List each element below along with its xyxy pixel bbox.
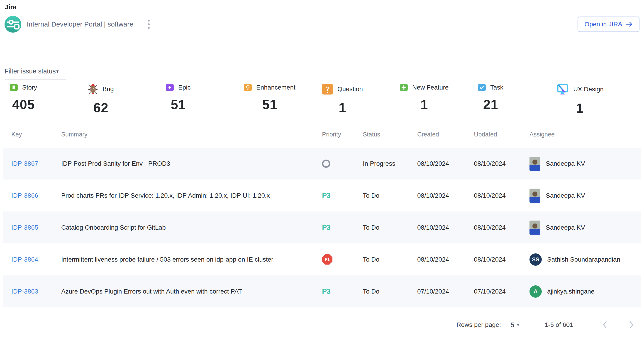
- issues-table: Key Summary Priority Status Created Upda…: [3, 129, 641, 307]
- filter-issue-status-select[interactable]: Filter issue status ▾: [4, 67, 66, 80]
- story-icon: [10, 84, 18, 91]
- question-icon: ?: [322, 84, 333, 94]
- open-in-jira-button[interactable]: Open in JIRA: [578, 16, 640, 32]
- counter-question: ? Question 1: [322, 84, 400, 116]
- rows-per-page-select[interactable]: 5 ▾: [510, 321, 519, 329]
- project-logo-icon: [4, 16, 21, 33]
- issue-summary: Prod charts PRs for IDP Service: 1.20.x,…: [61, 192, 322, 199]
- counter-label: Story: [22, 84, 37, 91]
- col-header-updated: Updated: [474, 131, 530, 138]
- enhancement-icon: [244, 84, 252, 91]
- counter-label: Question: [338, 85, 363, 93]
- counter-bug: </> Bug 62: [88, 84, 166, 116]
- counter-label: New Feature: [412, 84, 448, 91]
- jira-plugin-panel: Jira Internal Developer Portal | softwar…: [0, 0, 644, 345]
- counter-ux-design: UX Design 1: [556, 84, 634, 116]
- arrow-right-icon: [626, 21, 633, 27]
- issue-summary: IDP Post Prod Sanity for Env - PROD3: [61, 160, 322, 167]
- issue-key-link[interactable]: IDP-3863: [11, 288, 38, 295]
- issue-created: 07/10/2024: [417, 288, 474, 295]
- assignee-cell: SS Sathish Soundarapandian: [530, 253, 636, 266]
- kebab-menu-icon[interactable]: [146, 18, 152, 30]
- priority-p3-icon: P3: [322, 287, 330, 295]
- counter-story: Story 405: [10, 84, 88, 116]
- rows-per-page-label: Rows per page:: [456, 321, 501, 329]
- project-breadcrumb[interactable]: Internal Developer Portal | software: [27, 20, 133, 28]
- table-pagination: Rows per page: 5 ▾ 1-5 of 601: [0, 321, 644, 329]
- priority-p3-icon: P3: [322, 191, 330, 199]
- col-header-assignee: Assignee: [530, 131, 636, 138]
- svg-text:</>: </>: [90, 88, 96, 91]
- issue-created: 08/10/2024: [417, 160, 474, 167]
- select-underline: [4, 79, 66, 80]
- counter-label: UX Design: [573, 86, 604, 93]
- issue-summary: Azure DevOps Plugin Errors out with Auth…: [61, 288, 322, 295]
- caret-down-icon: ▾: [517, 322, 519, 328]
- counter-epic: Epic 51: [166, 84, 244, 116]
- new-feature-icon: [400, 84, 408, 91]
- issue-status: To Do: [363, 192, 417, 199]
- assignee-name: Sandeepa KV: [546, 192, 585, 199]
- avatar: [530, 189, 540, 203]
- issue-key-link[interactable]: IDP-3864: [11, 256, 38, 263]
- counter-value: 21: [483, 97, 498, 112]
- table-row: IDP-3864 Intermittent liveness probe fai…: [3, 244, 641, 275]
- counter-enhancement: Enhancement 51: [244, 84, 322, 116]
- assignee-cell: Sandeepa KV: [530, 157, 636, 171]
- issue-summary: Intermittent liveness probe failure / 50…: [61, 256, 322, 263]
- page-title: Jira: [0, 0, 644, 11]
- counter-task: Task 21: [478, 84, 556, 116]
- counter-label: Bug: [102, 85, 114, 93]
- issue-created: 08/10/2024: [417, 224, 474, 231]
- counter-value: 1: [338, 100, 346, 115]
- col-header-created: Created: [417, 131, 474, 138]
- assignee-name: ajinkya.shingane: [547, 288, 594, 295]
- task-icon: [478, 84, 486, 91]
- issue-key-link[interactable]: IDP-3865: [11, 224, 38, 231]
- page-range: 1-5 of 601: [545, 321, 573, 329]
- issue-updated: 08/10/2024: [474, 256, 530, 263]
- counter-value: 405: [12, 97, 35, 112]
- epic-icon: [166, 84, 174, 91]
- assignee-name: Sathish Soundarapandian: [547, 256, 620, 263]
- priority-p1-icon: P1: [322, 254, 332, 265]
- caret-down-icon: ▾: [56, 68, 59, 74]
- issue-status: To Do: [363, 256, 417, 263]
- bug-icon: </>: [88, 84, 98, 94]
- issue-created: 08/10/2024: [417, 256, 474, 263]
- svg-text:?: ?: [326, 85, 330, 92]
- issue-updated: 08/10/2024: [474, 192, 530, 199]
- assignee-cell: A ajinkya.shingane: [530, 285, 636, 298]
- avatar: [530, 221, 540, 235]
- table-header-row: Key Summary Priority Status Created Upda…: [3, 129, 641, 148]
- counter-value: 62: [94, 100, 108, 115]
- previous-page-button[interactable]: [602, 321, 608, 329]
- assignee-cell: Sandeepa KV: [530, 189, 636, 203]
- priority-p3-icon: P3: [322, 223, 330, 231]
- issue-status: To Do: [363, 224, 417, 231]
- next-page-button[interactable]: [628, 321, 634, 329]
- avatar: [530, 157, 540, 171]
- avatar: A: [530, 285, 542, 298]
- table-row: IDP-3867 IDP Post Prod Sanity for Env - …: [3, 148, 641, 180]
- counter-value: 51: [171, 97, 186, 112]
- table-row: IDP-3865 Catalog Onboarding Script for G…: [3, 212, 641, 244]
- col-header-status: Status: [363, 131, 417, 138]
- avatar: SS: [530, 253, 542, 266]
- priority-none-icon: [322, 160, 330, 168]
- issue-updated: 08/10/2024: [474, 224, 530, 231]
- counter-value: 51: [262, 97, 277, 112]
- table-row: IDP-3863 Azure DevOps Plugin Errors out …: [3, 275, 641, 307]
- issue-created: 08/10/2024: [417, 192, 474, 199]
- counter-value: 1: [421, 97, 428, 112]
- entity-header: Internal Developer Portal | software Ope…: [4, 16, 640, 33]
- counter-label: Enhancement: [256, 84, 296, 91]
- ux-design-icon: [556, 84, 569, 95]
- issue-type-counters: Story 405 </>: [0, 84, 644, 116]
- col-header-priority: Priority: [322, 131, 363, 138]
- counter-new-feature: New Feature 1: [400, 84, 478, 116]
- counter-value: 1: [576, 100, 584, 116]
- issue-key-link[interactable]: IDP-3866: [11, 192, 38, 199]
- col-header-key: Key: [11, 131, 61, 138]
- issue-key-link[interactable]: IDP-3867: [11, 160, 38, 167]
